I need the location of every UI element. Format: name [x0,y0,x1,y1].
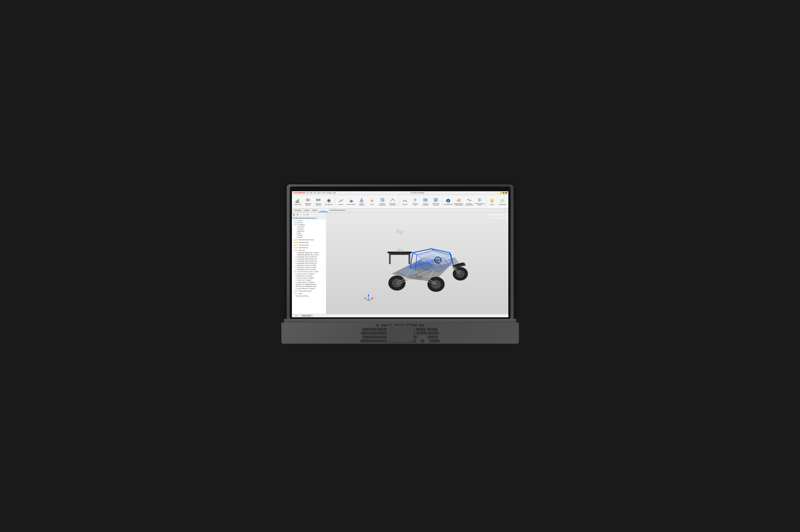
sidebar-item-part3[interactable]: ⬡ (-) 91166A280_ZINC-PLATED STE... [292,256,326,258]
toolbar-symmetry[interactable]: Symmetry Check [410,195,420,208]
sidebar-item-origin[interactable]: ▶ ⊕ Origin [292,232,326,234]
key-num3[interactable] [435,336,438,338]
toolbar-assembly-vis[interactable]: Assembly Visualization [377,195,387,208]
key-del[interactable] [422,324,424,326]
sidebar-item-part2[interactable]: ▶ ⬡ 59935K340_METRIC BALL JOINT F... [292,254,326,256]
sidebar-item-chain[interactable]: ⬡ (-) chain tensioner<1> (Default) [292,273,326,275]
key-numdot[interactable] [436,340,440,342]
vp-view-orient[interactable]: ⊙ [500,214,503,217]
key-x[interactable] [374,340,377,342]
key-lshift[interactable] [360,340,370,342]
sidebar-item-part9[interactable]: ⬡ (-) 9575A635_CLASS 10.9 STEEL... [292,268,326,271]
toolbar-interference[interactable]: Interference Detection [303,195,313,208]
sidebar-item-annotations[interactable]: ▶ 📝 Annotations [292,224,326,226]
key-6[interactable] [384,328,387,330]
toolbar-flow[interactable]: FloXpress Analysis Wizard [464,195,474,208]
sidebar-item-top-plane[interactable]: ▶ ◻ Top Plane [292,228,326,230]
key-q[interactable] [367,331,370,334]
key-esc[interactable] [376,324,379,326]
vp-section-view[interactable]: ⊞ [497,214,500,217]
key-capslock[interactable] [362,336,370,338]
menu-view[interactable]: View [313,192,316,194]
toolbar-driveworks[interactable]: DriveWorksXpress Wizard [475,195,485,208]
key-s[interactable] [374,336,377,338]
key-ins[interactable] [416,328,419,330]
tab-assembly[interactable]: Assembly [293,209,302,212]
sidebar-item-oil-emb2[interactable]: ⬡ 5912K600_OIL-EMBEDDED MOU... [292,285,326,287]
key-z[interactable] [371,340,374,342]
key-d[interactable] [377,336,380,338]
key-prtsc[interactable] [419,324,421,326]
menu-help[interactable]: Help [333,192,336,194]
key-w[interactable] [371,331,374,334]
toolbar-measure[interactable]: Measure [336,195,346,208]
key-end[interactable] [421,331,424,334]
sidebar-item-sketches[interactable]: ✏ Sketches and Planes... [292,295,326,297]
key-a[interactable] [370,336,373,338]
sidebar-item-part7[interactable]: ⬡ (-) 9575A635_CLASS 10.9 STEEL... [292,264,326,266]
key-2[interactable] [370,328,373,330]
sidebar-props-icon[interactable]: ⚙ [296,213,299,216]
key-v[interactable] [381,340,384,342]
sidebar-item-plane3[interactable]: ▶ ◻ PLANE3 [292,236,326,239]
toolbar-costing[interactable]: $ Costing [487,195,497,208]
toolbar-3dx[interactable]: 3D 3DEXPERIENCE [443,195,453,208]
key-num6[interactable] [435,331,439,334]
vp-display-mode[interactable]: ◫ [493,214,497,217]
menu-tools[interactable]: Tools [322,192,325,194]
key-1[interactable] [366,328,369,330]
key-f[interactable] [381,336,384,338]
key-num2[interactable] [431,336,434,338]
toolbar-clearance[interactable]: Clearance Verification [314,195,323,208]
tab-sketch[interactable]: Sketch [311,209,319,212]
sidebar-item-vibrant[interactable]: ⬡ (-) Vibrant_11164<1> (Default) [292,277,326,279]
key-tab[interactable] [361,331,367,334]
toolbar-compare[interactable]: Compare Documents [421,195,430,208]
menu-window[interactable]: Window [327,192,332,194]
toolbar-hole[interactable]: Hole Alignment [324,195,334,208]
tab-motion-study-1[interactable]: Motion Study 1 [301,315,313,317]
sidebar-tree-icon[interactable]: 🌲 [293,213,296,216]
key-num1[interactable] [428,336,431,338]
sidebar-search-icon[interactable]: 🔍 [303,213,306,216]
touchpad[interactable] [387,326,413,342]
toolbar-mass[interactable]: m Mass Properties [346,195,356,208]
sidebar-item-sensors[interactable]: ▶ 📡 Sensors [292,222,326,224]
toolbar-performance[interactable]: Performance Evaluation [388,195,397,208]
sidebar-item-part1[interactable]: ▶ ⬡ 59935K340_METRIC BALL JOINT F... [292,252,326,254]
key-num4[interactable] [428,331,431,334]
root-assembly-item[interactable]: SC-6001 (Default<Display State-1>) [292,217,326,220]
key-f12[interactable] [415,324,417,326]
key-num5[interactable] [432,331,435,334]
key-c[interactable] [378,340,381,342]
sidebar-item-planes01[interactable]: ⬡ (-) Planes 01<1> (Default) [292,279,326,281]
sidebar-item-body-work[interactable]: ▶ 📁 Body Work and 3D Scans [292,239,326,241]
tab-model[interactable]: Model [293,315,300,317]
sidebar-item-part4[interactable]: ⬡ (-) 91166A280_ZINC-PLATED STE... [292,258,326,260]
menu-file[interactable]: File [306,192,309,194]
sidebar-item-misc[interactable]: ▶ 📁 Misc Parts [292,249,326,252]
key-uparrow[interactable] [421,340,424,342]
toolbar-sensor[interactable]: Sensor [367,195,377,208]
sidebar-item-history[interactable]: ▶ 🕐 History [292,220,326,222]
close-button[interactable]: ✕ [505,192,507,194]
sidebar-item-plane2[interactable]: ▶ ◻ PLANE2 [292,234,326,236]
sidebar-item-part8[interactable]: ⬡ (-) 9575A635_CLASS 10.9 STEEL... [292,266,326,268]
toolbar-simulation[interactable]: SimulationXpress Analysis Wizard [454,195,464,208]
key-num7[interactable] [427,328,430,330]
key-del2[interactable] [417,331,420,334]
key-f2[interactable] [384,324,386,326]
key-pgdn[interactable] [424,331,427,334]
sidebar-item-machined[interactable]: ▶ 📁 Machined Parts [292,246,326,249]
key-e[interactable] [374,331,377,334]
key-3[interactable] [373,328,376,330]
sidebar-item-purchased[interactable]: ▶ 📁 Purchased Parts [292,244,326,246]
sidebar-item-lower-shift[interactable]: ⬡ (-) Lower Shift Rod<1> (Default<... [292,287,326,290]
tab-addins[interactable]: SOLIDWORKS Add-Ins [328,209,347,212]
sidebar-item-mates[interactable]: ▶ 📁 Mates [292,292,326,295]
key-4[interactable] [377,328,380,330]
key-num9[interactable] [434,328,438,330]
key-num0[interactable] [429,340,436,342]
key-r[interactable] [378,331,381,334]
key-backtick[interactable] [362,328,366,330]
